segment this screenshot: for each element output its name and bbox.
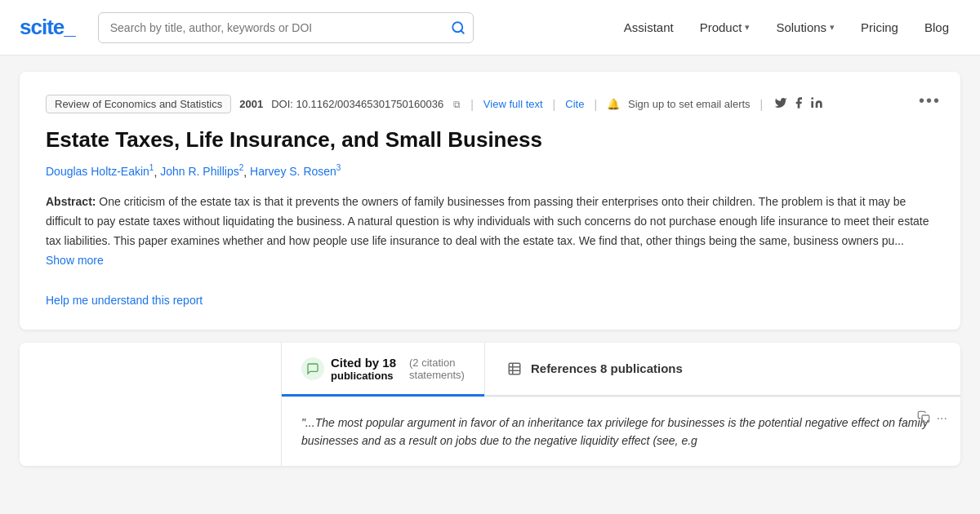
tab-cited-by[interactable]: Cited by 18 publications (2 citation sta… [282,343,484,395]
left-panel [20,343,281,467]
tab-references[interactable]: References 8 publications [484,343,702,395]
search-button[interactable] [451,20,466,35]
solutions-chevron-icon: ▾ [830,22,835,33]
author-2[interactable]: John R. Phillips2 [160,165,243,178]
cited-by-count: Cited by 18 [331,356,396,370]
cite-link[interactable]: Cite [565,98,584,110]
abstract: Abstract: One criticism of the estate ta… [46,193,934,270]
references-icon [505,359,524,379]
alert-text[interactable]: Sign up to set email alerts [628,98,751,110]
cited-by-icon [301,357,324,380]
tabs-header: Cited by 18 publications (2 citation sta… [282,343,960,397]
facebook-icon[interactable] [792,96,805,113]
paper-card: ••• Review of Economics and Statistics 2… [20,72,960,330]
author-1[interactable]: Douglas Holtz-Eakin1 [46,165,154,178]
quote-text: "...The most popular argument in favor o… [301,414,941,450]
paper-title: Estate Taxes, Life Insurance, and Small … [46,126,934,154]
bell-icon: 🔔 [607,98,620,110]
search-bar [98,12,474,43]
quote-actions: ··· [917,410,947,427]
navbar: scite_ Assistant Product ▾ Solutions ▾ P… [0,0,980,55]
nav-product[interactable]: Product ▾ [688,14,762,41]
search-input[interactable] [98,12,474,43]
references-label: References 8 publications [531,361,683,375]
more-options-button[interactable]: ••• [919,91,941,110]
nav-pricing[interactable]: Pricing [849,14,910,41]
social-icons [774,96,823,113]
authors: Douglas Holtz-Eakin1, John R. Phillips2,… [46,164,934,179]
nav-blog[interactable]: Blog [913,14,960,41]
citations-section: Cited by 18 publications (2 citation sta… [20,343,960,467]
nav-assistant[interactable]: Assistant [612,14,685,41]
journal-line: Review of Economics and Statistics 2001 … [46,95,934,113]
quote-more-button[interactable]: ··· [937,411,947,426]
doi-label: DOI: 10.1162/003465301750160036 [271,98,443,110]
svg-rect-7 [922,415,929,423]
author-3[interactable]: Harvey S. Rosen3 [250,165,341,178]
quote-card: "...The most popular argument in favor o… [282,397,960,467]
view-full-text-link[interactable]: View full text [483,98,543,110]
svg-rect-3 [509,363,520,374]
cited-by-sub: publications [331,370,396,382]
svg-point-2 [812,97,814,100]
help-link[interactable]: Help me understand this report [46,294,203,307]
doi-copy-icon[interactable]: ⧉ [453,99,461,110]
year: 2001 [239,98,263,110]
journal-badge: Review of Economics and Statistics [46,95,231,113]
show-more-link[interactable]: Show more [46,254,104,267]
logo-text: scite_ [20,15,75,39]
twitter-icon[interactable] [774,96,787,113]
svg-line-1 [461,30,463,33]
linkedin-icon[interactable] [810,96,823,113]
nav-solutions[interactable]: Solutions ▾ [764,14,846,41]
main-content: ••• Review of Economics and Statistics 2… [0,55,980,482]
product-chevron-icon: ▾ [745,22,750,33]
quote-copy-button[interactable] [917,410,930,427]
tabs-panel: Cited by 18 publications (2 citation sta… [281,343,960,467]
nav-links: Assistant Product ▾ Solutions ▾ Pricing … [612,14,960,41]
logo[interactable]: scite_ [20,15,75,40]
